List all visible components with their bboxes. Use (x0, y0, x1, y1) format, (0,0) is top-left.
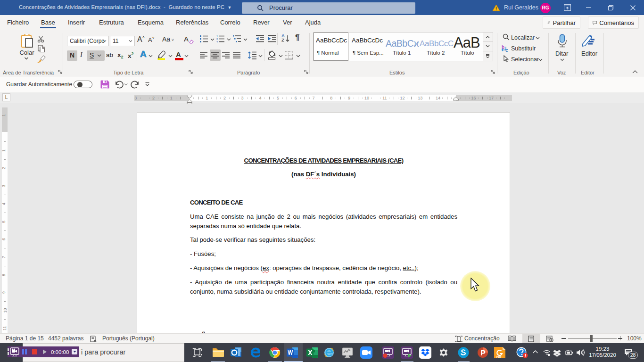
svg-text:PDF: PDF (496, 355, 502, 358)
svg-text:3: 3 (216, 41, 218, 42)
